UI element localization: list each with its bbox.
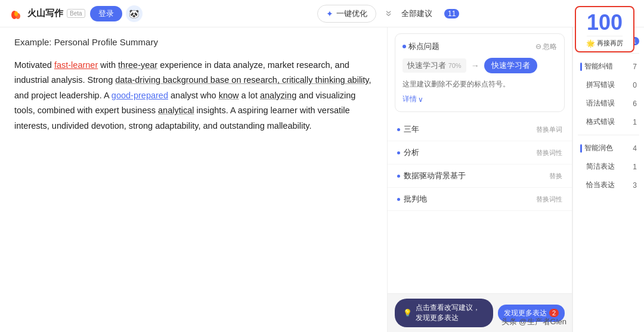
sidebar-apt[interactable]: 恰当表达 3 (578, 177, 639, 193)
score-emoji: 🌟 (586, 39, 595, 48)
score-pct: 70% (448, 62, 462, 69)
item-action: 替换词性 (536, 195, 562, 204)
dismiss-button[interactable]: ⊖ 忽略 (535, 42, 557, 52)
tooltip-text: 点击查看改写建议，发现更多表达 (416, 303, 485, 323)
star-icon: ✦ (326, 9, 333, 18)
chevron-down-icon: ∨ (418, 95, 423, 104)
format-count: 1 (633, 118, 637, 126)
spell-label: 拼写错误 (580, 80, 615, 90)
item-name: 数据驱动背景基于 (404, 170, 546, 181)
item-name: 批判地 (404, 194, 532, 204)
avatar-button[interactable]: 🐼 (126, 5, 143, 22)
smart-label: 智能纠错 (584, 61, 613, 72)
item-action: 替换 (549, 172, 562, 181)
optimize-label: 一键优化 (336, 8, 367, 19)
concise-count: 1 (633, 163, 637, 171)
tooltip-bar: 💡 点击查看改写建议，发现更多表达 (395, 299, 493, 327)
list-item[interactable]: 三年 替换单词 (388, 118, 572, 141)
smart-count: 7 (633, 63, 637, 71)
watermark: 头条 @生产者Glen (501, 317, 566, 327)
dismiss-icon: ⊖ (535, 42, 541, 51)
logo-text: 火山写作 (27, 8, 63, 19)
grammar-count: 6 (633, 100, 637, 108)
sidebar-format[interactable]: 格式错误 1 (578, 114, 639, 130)
item-dot (397, 175, 400, 178)
divider (578, 53, 639, 54)
arrow-right-icon: → (471, 61, 479, 70)
list-item[interactable]: 分析 替换词性 (388, 141, 572, 165)
score-text: 再接再厉 (597, 39, 623, 48)
suggestion-dot (402, 45, 406, 48)
highlight-fast-learner: fast-learner (54, 60, 98, 70)
app-header: 火山写作 Beta 登录 🐼 ✦ 一键优化 » 全部建议 11 (0, 0, 644, 27)
suggestion-content: 快速学习者 70% → 快速学习者 (402, 58, 557, 73)
original-word: 快速学习者 (407, 61, 446, 70)
login-button[interactable]: 登录 (90, 6, 122, 21)
underline-three-year: three-year (118, 60, 157, 70)
score-box: 100 🌟 再接再厉 (575, 6, 634, 52)
more-button[interactable]: » (383, 10, 395, 16)
optimize-button[interactable]: ✦ 一键优化 (317, 5, 376, 23)
dismiss-label: 忽略 (543, 42, 557, 52)
editor-area[interactable]: Example: Personal Profile Summary Motiva… (0, 27, 388, 332)
underline-analytical: analytical (158, 106, 194, 115)
spell-count: 0 (633, 81, 637, 89)
suggestions-label: 全部建议 (401, 8, 432, 19)
sidebar-grammar[interactable]: 语法错误 6 (578, 95, 639, 111)
accent-bar (580, 144, 582, 153)
logo-area: 火山写作 Beta (10, 7, 85, 21)
item-action: 替换单词 (536, 125, 562, 134)
list-item[interactable]: 批判地 替换词性 (388, 188, 572, 211)
suggestions-count-badge: 11 (444, 9, 459, 18)
score-number: 100 (587, 12, 623, 33)
underline-analyzing: analyzing (260, 91, 296, 100)
item-action: 替换词性 (536, 148, 562, 157)
doc-title: Example: Personal Profile Summary (14, 37, 373, 47)
sidebar-spell[interactable]: 拼写错误 0 (578, 77, 639, 93)
grammar-label: 语法错误 (580, 98, 615, 108)
tone-label: 智能润色 (584, 143, 613, 153)
right-sidebar: 全部建议 11 智能纠错 7 拼写错误 0 语法错误 6 格式错误 1 (572, 27, 644, 332)
item-name: 分析 (404, 147, 532, 158)
underline-know: know (219, 91, 239, 100)
sidebar-tone[interactable]: 智能润色 4 (578, 140, 639, 156)
format-label: 格式错误 (580, 117, 615, 127)
apt-label: 恰当表达 (580, 180, 615, 190)
discover-count-badge: 2 (549, 309, 559, 317)
header-center: ✦ 一键优化 » 全部建议 11 (143, 5, 634, 23)
detail-label: 详情 (402, 94, 417, 104)
item-dot (397, 128, 400, 131)
card-header: 标点问题 ⊖ 忽略 (402, 41, 557, 52)
underline-data-driving: data-driving background base on research… (115, 75, 369, 85)
logo-icon (10, 7, 24, 21)
suggestion-panel: 标点问题 ⊖ 忽略 快速学习者 70% → 快速学习者 这里建议删除不必要的标点… (388, 27, 572, 332)
detail-button[interactable]: 详情 ∨ (402, 94, 423, 104)
suggestion-card: 标点问题 ⊖ 忽略 快速学习者 70% → 快速学习者 这里建议删除不必要的标点… (395, 33, 565, 112)
divider (578, 135, 639, 135)
suggestion-note: 这里建议删除不必要的标点符号。 (402, 79, 557, 89)
suggestion-replace-button[interactable]: 快速学习者 (484, 58, 537, 73)
type-label: 标点问题 (408, 41, 439, 52)
item-name: 三年 (404, 124, 532, 135)
item-dot (397, 198, 400, 201)
highlight-good-prepared: good-prepared (112, 91, 168, 100)
concise-label: 简洁表达 (580, 162, 615, 172)
main-layout: Example: Personal Profile Summary Motiva… (0, 27, 644, 332)
accent-bar (580, 63, 582, 71)
sidebar-smart-correction[interactable]: 智能纠错 7 (578, 58, 639, 75)
score-label: 🌟 再接再厉 (586, 39, 623, 48)
suggestion-list: 三年 替换单词 分析 替换词性 数据驱动背景基于 替换 批判地 替换词性 (388, 118, 572, 293)
score-divider (587, 36, 623, 36)
list-item[interactable]: 数据驱动背景基于 替换 (388, 165, 572, 188)
svg-point-2 (14, 11, 18, 16)
original-text: 快速学习者 70% (402, 58, 466, 73)
doc-content: Motivated fast-learner with three-year e… (14, 58, 373, 134)
lightbulb-icon: 💡 (403, 309, 412, 317)
tone-count: 4 (633, 144, 637, 153)
item-dot (397, 151, 400, 154)
apt-count: 3 (633, 181, 637, 190)
suggestion-type: 标点问题 (402, 41, 439, 52)
beta-badge: Beta (67, 9, 85, 18)
sidebar-concise[interactable]: 简洁表达 1 (578, 159, 639, 175)
